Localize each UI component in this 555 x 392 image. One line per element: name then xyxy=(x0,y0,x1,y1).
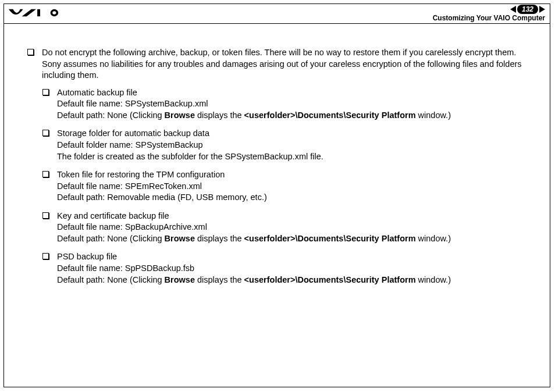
path-bold: <userfolder>\Documents\Security Platform xyxy=(244,234,416,243)
list-item: PSD backup file Default file name: SpPSD… xyxy=(42,251,538,286)
sub-list: Automatic backup file Default file name:… xyxy=(42,87,538,286)
page-content: Do not encrypt the following archive, ba… xyxy=(4,24,550,298)
intro-block: Do not encrypt the following archive, ba… xyxy=(27,47,538,81)
item-line3: The folder is created as the subfolder f… xyxy=(57,152,323,161)
browse-bold: Browse xyxy=(165,111,195,120)
section-title: Customizing Your VAIO Computer xyxy=(433,14,545,22)
item-text: Key and certificate backup file Default … xyxy=(57,211,451,245)
bullet-icon xyxy=(42,130,49,136)
item-line3-post: window.) xyxy=(416,234,451,243)
list-item: Automatic backup file Default file name:… xyxy=(42,87,538,122)
list-item: Storage folder for automatic backup data… xyxy=(42,128,538,162)
path-bold: <userfolder>\Documents\Security Platform xyxy=(244,111,416,120)
bullet-icon xyxy=(42,212,49,219)
item-line3: Default path: Removable media (FD, USB m… xyxy=(57,193,267,202)
item-title: Key and certificate backup file xyxy=(57,211,169,220)
header-right: 132 Customizing Your VAIO Computer xyxy=(433,5,545,22)
item-line2: Default file name: SpPSDBackup.fsb xyxy=(57,263,194,273)
svg-rect-0 xyxy=(37,9,40,16)
item-line3-mid: displays the xyxy=(195,234,244,243)
item-line2: Default file name: SPSystemBackup.xml xyxy=(57,99,208,108)
path-bold: <userfolder>\Documents\Security Platform xyxy=(244,275,416,284)
document-page: 132 Customizing Your VAIO Computer Do no… xyxy=(3,3,550,387)
bullet-icon xyxy=(42,253,49,259)
item-title: Token file for restoring the TPM configu… xyxy=(57,170,225,179)
list-item: Token file for restoring the TPM configu… xyxy=(42,169,538,204)
browse-bold: Browse xyxy=(165,275,195,284)
item-text: Storage folder for automatic backup data… xyxy=(57,128,323,162)
page-header: 132 Customizing Your VAIO Computer xyxy=(4,4,550,24)
item-text: PSD backup file Default file name: SpPSD… xyxy=(57,251,451,286)
intro-line1: Do not encrypt the following archive, ba… xyxy=(42,48,516,57)
vaio-logo xyxy=(9,8,61,20)
item-line3-post: window.) xyxy=(416,275,451,284)
intro-text: Do not encrypt the following archive, ba… xyxy=(42,47,538,81)
item-line2: Default folder name: SPSystemBackup xyxy=(57,140,203,149)
item-text: Automatic backup file Default file name:… xyxy=(57,87,451,122)
item-line3-mid: displays the xyxy=(195,111,244,120)
intro-line2: Sony assumes no liabilities for any trou… xyxy=(42,59,522,80)
bullet-icon xyxy=(27,49,34,55)
bullet-icon xyxy=(42,89,49,95)
browse-bold: Browse xyxy=(165,234,195,243)
item-line3-mid: displays the xyxy=(195,275,244,284)
list-item: Key and certificate backup file Default … xyxy=(42,211,538,245)
prev-page-icon[interactable] xyxy=(510,6,516,13)
item-title: PSD backup file xyxy=(57,252,117,261)
item-line3-pre: Default path: None (Clicking xyxy=(57,234,165,243)
item-text: Token file for restoring the TPM configu… xyxy=(57,169,267,204)
item-title: Storage folder for automatic backup data xyxy=(57,129,209,138)
item-line3-pre: Default path: None (Clicking xyxy=(57,111,165,120)
bullet-icon xyxy=(42,171,49,177)
page-nav: 132 xyxy=(433,5,545,14)
item-title: Automatic backup file xyxy=(57,88,137,97)
next-page-icon[interactable] xyxy=(539,6,545,13)
item-line3-post: window.) xyxy=(416,111,451,120)
item-line2: Default file name: SPEmRecToken.xml xyxy=(57,181,202,191)
item-line3-pre: Default path: None (Clicking xyxy=(57,275,165,284)
item-line2: Default file name: SpBackupArchive.xml xyxy=(57,222,207,231)
page-number: 132 xyxy=(517,5,538,14)
